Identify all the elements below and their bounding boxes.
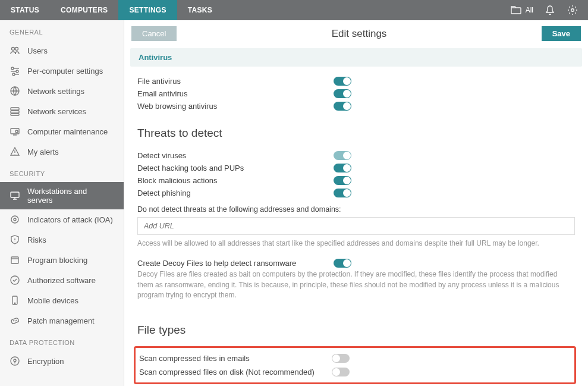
sidebar-item-network-settings[interactable]: Network settings bbox=[0, 81, 124, 101]
folder-icon bbox=[510, 4, 522, 16]
svg-point-15 bbox=[14, 218, 16, 221]
heading-filetypes: File types bbox=[137, 324, 582, 337]
sidebar-item-label: Authorized software bbox=[27, 276, 96, 285]
sidebar-item-workstations[interactable]: Workstations and servers bbox=[0, 182, 124, 209]
toggle-label: Block malicious actions bbox=[137, 176, 334, 185]
box-icon bbox=[10, 255, 20, 265]
bell-icon[interactable] bbox=[544, 4, 556, 16]
svg-point-4 bbox=[11, 67, 14, 70]
toggle-label: Web browsing antivirus bbox=[137, 102, 334, 111]
toggle-file-antivirus[interactable] bbox=[334, 77, 351, 86]
heading-threats: Threats to detect bbox=[137, 127, 582, 140]
users-icon bbox=[10, 45, 20, 56]
row-file-antivirus: File antivirus bbox=[130, 75, 582, 87]
patch-icon bbox=[10, 315, 20, 326]
shield-icon bbox=[10, 234, 20, 245]
alert-icon bbox=[10, 146, 20, 157]
row-detect-phishing: Detect phishing bbox=[130, 187, 582, 199]
sidebar-item-network-services[interactable]: Network services bbox=[0, 101, 124, 121]
svg-rect-16 bbox=[11, 257, 18, 263]
tab-settings[interactable]: SETTINGS bbox=[118, 0, 177, 20]
row-detect-viruses: Detect viruses bbox=[130, 149, 582, 162]
sidebar-item-label: Risks bbox=[27, 236, 46, 244]
toggle-scan-compressed-disk[interactable] bbox=[332, 368, 350, 376]
sidebar-item-mobile-devices[interactable]: Mobile devices bbox=[0, 290, 124, 310]
url-exclusion-wrapper bbox=[137, 217, 575, 235]
sidebar: GENERAL Users Per-computer settings Netw… bbox=[0, 20, 124, 386]
toggle-web-antivirus[interactable] bbox=[334, 102, 351, 111]
svg-point-21 bbox=[11, 357, 19, 365]
sidebar-item-label: Patch management bbox=[27, 316, 95, 325]
svg-point-5 bbox=[16, 70, 18, 73]
row-scan-compressed-disk: Scan compressed files on disk (Not recom… bbox=[136, 365, 574, 379]
page-header: Cancel Edit settings Save bbox=[130, 26, 582, 41]
sidebar-item-label: Users bbox=[27, 46, 48, 55]
sidebar-item-label: Network services bbox=[27, 107, 86, 116]
row-decoy-files: Create Decoy Files to help detect ransom… bbox=[130, 257, 582, 269]
svg-point-1 bbox=[571, 9, 574, 12]
phone-icon bbox=[10, 295, 20, 306]
page-title: Edit settings bbox=[177, 28, 541, 40]
toggle-scan-compressed-emails[interactable] bbox=[332, 354, 350, 363]
svg-rect-13 bbox=[11, 192, 19, 197]
main-layout: GENERAL Users Per-computer settings Netw… bbox=[0, 20, 588, 386]
toggle-label: File antivirus bbox=[137, 77, 334, 86]
toggle-detect-hacking[interactable] bbox=[334, 164, 351, 172]
sidebar-item-label: Mobile devices bbox=[27, 296, 78, 305]
topbar-tabs: STATUS COMPUTERS SETTINGS TASKS bbox=[0, 0, 223, 20]
target-icon bbox=[10, 214, 20, 225]
svg-point-17 bbox=[11, 276, 19, 284]
sidebar-item-label: Network settings bbox=[27, 87, 84, 96]
toggle-detect-viruses[interactable] bbox=[334, 151, 351, 160]
top-bar: STATUS COMPUTERS SETTINGS TASKS All bbox=[0, 0, 588, 20]
sidebar-item-my-alerts[interactable]: My alerts bbox=[0, 142, 124, 162]
sidebar-item-ioa[interactable]: Indicators of attack (IOA) bbox=[0, 209, 124, 230]
toggle-decoy-files[interactable] bbox=[334, 259, 351, 268]
toggle-label: Scan compressed files on disk (Not recom… bbox=[139, 368, 332, 376]
sidebar-group-security: SECURITY bbox=[0, 162, 124, 182]
check-circle-icon bbox=[10, 275, 20, 285]
toggle-block-malicious[interactable] bbox=[334, 176, 351, 185]
sidebar-item-authorized-software[interactable]: Authorized software bbox=[0, 270, 124, 290]
svg-rect-0 bbox=[511, 8, 521, 14]
svg-rect-10 bbox=[11, 114, 19, 115]
filter-all-label: All bbox=[526, 6, 533, 14]
svg-rect-18 bbox=[12, 296, 17, 305]
sidebar-item-per-computer[interactable]: Per-computer settings bbox=[0, 61, 124, 81]
sidebar-item-encryption[interactable]: Encryption bbox=[0, 351, 124, 371]
svg-point-6 bbox=[12, 73, 15, 76]
svg-point-12 bbox=[15, 130, 18, 133]
topbar-right: All bbox=[510, 0, 588, 20]
save-button[interactable]: Save bbox=[542, 26, 581, 41]
sidebar-item-risks[interactable]: Risks bbox=[0, 230, 124, 250]
svg-point-2 bbox=[12, 48, 15, 51]
sidebar-item-computer-maintenance[interactable]: Computer maintenance bbox=[0, 121, 124, 142]
toggle-label: Scan compressed files in emails bbox=[139, 354, 332, 363]
section-strip-antivirus: Antivirus bbox=[130, 48, 582, 67]
sidebar-item-users[interactable]: Users bbox=[0, 40, 124, 61]
tab-tasks[interactable]: TASKS bbox=[177, 0, 223, 20]
row-block-malicious: Block malicious actions bbox=[130, 174, 582, 187]
toggle-label: Detect viruses bbox=[137, 151, 334, 160]
sidebar-item-program-blocking[interactable]: Program blocking bbox=[0, 250, 124, 270]
monitor-icon bbox=[10, 190, 20, 201]
cancel-button[interactable]: Cancel bbox=[131, 26, 177, 41]
tab-status[interactable]: STATUS bbox=[0, 0, 50, 20]
gear-icon[interactable] bbox=[567, 4, 578, 16]
sidebar-item-patch-management[interactable]: Patch management bbox=[0, 310, 124, 331]
toggle-detect-phishing[interactable] bbox=[334, 189, 351, 197]
url-exclusion-input[interactable] bbox=[137, 217, 575, 235]
tab-computers[interactable]: COMPUTERS bbox=[50, 0, 118, 20]
globe-icon bbox=[10, 86, 20, 96]
toggle-label: Detect phishing bbox=[137, 189, 334, 197]
sliders-icon bbox=[10, 65, 20, 76]
sidebar-item-label: Indicators of attack (IOA) bbox=[27, 215, 113, 224]
row-detect-hacking: Detect hacking tools and PUPs bbox=[130, 162, 582, 174]
sidebar-item-label: Computer maintenance bbox=[27, 127, 108, 136]
row-scan-compressed-emails: Scan compressed files in emails bbox=[136, 352, 574, 365]
toggle-label: Email antivirus bbox=[137, 89, 334, 98]
toggle-email-antivirus[interactable] bbox=[334, 89, 351, 98]
filter-all[interactable]: All bbox=[510, 4, 533, 16]
toggle-label: Detect hacking tools and PUPs bbox=[137, 164, 334, 172]
toggle-label: Create Decoy Files to help detect ransom… bbox=[137, 259, 334, 268]
